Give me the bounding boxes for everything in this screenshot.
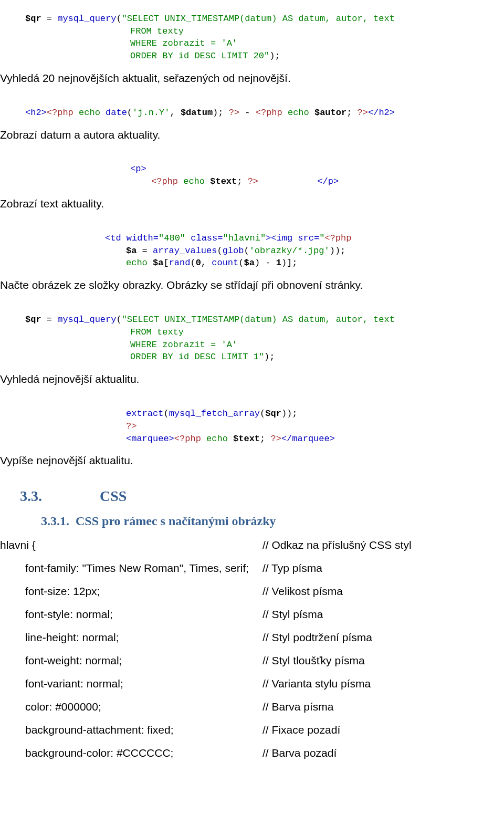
code-token: <marquee> [126,434,174,444]
css-property: font-variant: normal; [0,677,262,690]
code-php-heading: <h2><?php echo date('j.n.Y', $datum); ?>… [25,94,504,119]
code-token: echo [183,176,210,186]
css-property: background-attachment: fixed; [0,724,262,736]
heading-number: 3.3.1. [41,514,69,528]
paragraph: Vyhledá nejnovější aktualitu. [0,373,504,385]
code-token: echo [126,258,153,268]
code-token: "SELECT UNIX_TIMESTAMP(datum) AS datum, … [122,14,395,24]
css-property: font-weight: normal; [0,654,262,667]
code-token: , [170,108,180,118]
css-comment: // Styl tloušťky písma [262,654,504,667]
css-comment: // Barva pozadí [262,747,504,759]
code-token: </p> [317,176,339,186]
code-token: FROM texty [130,327,184,337]
code-token: ( [163,409,169,419]
code-token: array_values [153,246,217,256]
code-token: ( [244,246,249,256]
heading-title: CSS [100,488,127,504]
code-token: <p> [130,164,146,174]
code-token: $a [244,258,254,268]
code-token: ); [269,51,280,61]
heading-number: 3.3. [20,488,42,504]
code-sql-query-1: $qr = mysql_query("SELECT UNIX_TIMESTAMP… [25,0,504,62]
code-token: ORDER BY id DESC LIMIT 20" [130,51,269,61]
code-token: <?php [256,108,288,118]
css-comment: // Varianta stylu písma [262,677,504,690]
code-token: $autor [314,108,346,118]
code-php-paragraph: <p> <?php echo $text; ?> </p> [130,151,504,188]
css-row: font-weight: normal;// Styl tloušťky pís… [0,654,504,667]
css-property: font-size: 12px; [0,585,262,598]
code-token: 'j.n.Y' [132,108,170,118]
code-token: )); [330,246,346,256]
code-token: mysql_query [57,315,116,325]
code-token: $text [210,176,237,186]
code-token: echo [288,108,314,118]
code-token: - [239,108,256,118]
code-token: ?> [126,421,136,431]
code-token: $qr [25,14,41,24]
css-comment: // Fixace pozadí [262,724,504,736]
css-row: font-style: normal;// Styl písma [0,608,504,621]
css-comment: // Velikost písma [262,585,504,598]
code-token: mysql_fetch_array [169,409,260,419]
css-property: color: #000000; [0,701,262,713]
css-row: background-color: #CCCCCC;// Barva pozad… [0,747,504,759]
code-token: extract [126,409,163,419]
code-token: ?> [358,108,368,118]
code-token: ?> [229,108,239,118]
code-token: = [41,315,58,325]
code-token: class= [185,233,223,243]
code-token: FROM texty [130,26,184,36]
code-token: glob [223,246,244,256]
css-comment: // Styl podtržení písma [262,631,504,644]
css-listing: hlavni {// Odkaz na příslušný CSS stylfo… [0,539,504,759]
code-token: ( [190,258,195,268]
css-comment: // Odkaz na příslušný CSS styl [262,539,504,551]
paragraph: Načte obrázek ze složky obrazky. Obrázky… [0,279,504,291]
css-row: font-variant: normal;// Varianta stylu p… [0,677,504,690]
code-token: <?php [47,108,79,118]
css-property: font-family: "Times New Roman", Times, s… [0,562,262,575]
code-token: , [201,258,212,268]
code-token: ); [213,108,229,118]
code-token: rand [169,258,191,268]
css-row: font-size: 12px; // Velikost písma [0,585,504,598]
code-token: <?php [324,233,351,243]
code-token: </marquee> [281,434,335,444]
css-property: hlavni { [0,539,262,551]
code-php-image: <td width="480" class="hlavni"><img src=… [105,220,504,269]
heading-3-3: 3.3.CSS [20,488,504,505]
code-token: ( [238,258,244,268]
code-token: ?> [270,434,281,444]
code-token: 'obrazky/*.jpg' [249,246,330,256]
code-token: " [319,233,324,243]
css-row: color: #000000;// Barva písma [0,701,504,713]
code-token: ; [260,434,270,444]
code-token: ( [260,409,265,419]
code-token: "hlavni" [223,233,266,243]
code-php-marquee: extract(mysql_fetch_array($qr));?><marqu… [105,395,504,445]
code-token: ); [264,352,275,362]
code-token: 1 [276,258,281,268]
paragraph: Zobrazí datum a autora aktuality. [0,129,504,141]
code-token: ) - [255,258,276,268]
code-token: $text [233,434,260,444]
css-property: line-height: normal; [0,631,262,644]
paragraph: Vypíše nejnovější aktualitu. [0,454,504,467]
code-token: $qr [265,409,281,419]
code-token: "480" [159,233,185,243]
code-token [258,176,317,186]
css-comment: // Typ písma [262,562,504,575]
css-row: font-family: "Times New Roman", Times, s… [0,562,504,575]
css-comment: // Styl písma [262,608,504,621]
code-token: mysql_query [57,14,116,24]
code-token: $a [153,258,163,268]
css-comment: // Barva písma [262,701,504,713]
code-token: $a [126,246,136,256]
code-token: count [212,258,238,268]
code-token: = [136,246,153,256]
code-token: = [41,14,58,24]
code-token: <?php [174,434,206,444]
code-token: ; [346,108,357,118]
